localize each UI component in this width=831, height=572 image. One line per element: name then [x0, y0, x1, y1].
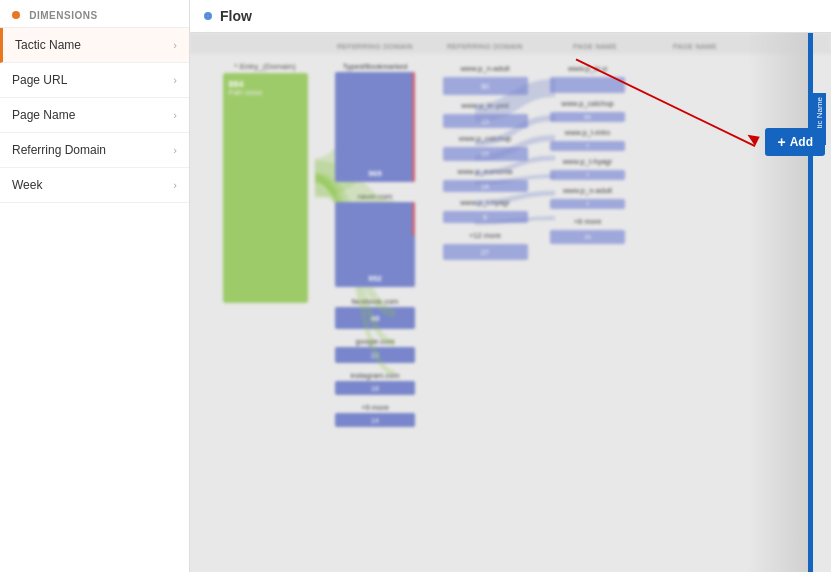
- page-title: Flow: [220, 8, 252, 24]
- fn-more-label: +8 more: [574, 217, 602, 226]
- pn5-block: 9: [443, 211, 528, 223]
- pn1-value: 90: [481, 83, 489, 90]
- header-dot: [204, 12, 212, 20]
- typed-red-accent: [412, 72, 415, 182]
- facebook-value: 40: [371, 314, 380, 323]
- sidebar-item-page-name[interactable]: Page Name ›: [0, 98, 189, 133]
- fn4-label: www.p_t-hyagr: [563, 157, 613, 166]
- naver-group: naver.com 952: [335, 192, 415, 287]
- instagram-block: 18: [335, 381, 415, 395]
- typed-bookmarked-group: Typed/Bookmarked 969: [335, 62, 415, 182]
- add-button[interactable]: + Add: [765, 128, 825, 156]
- flow-col-page-name-2: www.p_kr-p www.p_catchup 90 www.p_t-intr…: [540, 62, 635, 244]
- add-button-label: Add: [790, 135, 813, 149]
- flow-viz-background: REFERRING DOMAIN REFERRING DOMAIN PAGE N…: [190, 33, 831, 572]
- sidebar-item-label: Page URL: [12, 73, 67, 87]
- fn2-label: www.p_catchup: [561, 99, 614, 108]
- pn-more-label: +12 more: [469, 231, 501, 240]
- typed-value: 969: [368, 169, 381, 178]
- fn3-value: 7: [586, 143, 589, 149]
- pn3-value: 15: [481, 151, 489, 158]
- pn3-block: 15: [443, 147, 528, 161]
- col-header-3: REFERRING DOMAIN: [430, 43, 540, 50]
- fn2-block: 90: [550, 112, 625, 122]
- pn-more-value: 27: [481, 249, 489, 256]
- pn4-value: 14: [481, 183, 489, 190]
- fn-more-value: 15: [584, 234, 591, 240]
- fn4-block: 7: [550, 170, 625, 180]
- pn1-block: 90: [443, 77, 528, 95]
- main-content: Flow REFERRING DOMAIN REFERRING DOMAIN P…: [190, 0, 831, 572]
- sidebar-item-label: Tactic Name: [15, 38, 81, 52]
- sidebar-header-dot: [12, 11, 20, 19]
- chevron-right-icon: ›: [173, 179, 177, 191]
- fn1-label: www.p_kr-p: [568, 64, 607, 73]
- entry-domain-label: * Entry_(Domain): [234, 62, 295, 71]
- instagram-group: instagram.com 18: [335, 371, 415, 395]
- pn1-label: www.p_n-adult: [460, 64, 509, 73]
- naver-label: naver.com: [358, 192, 393, 201]
- sidebar-item-page-url[interactable]: Page URL ›: [0, 63, 189, 98]
- flow-col-ref-domain: Typed/Bookmarked 969 naver.com 952: [320, 62, 430, 427]
- fn4-value: 7: [586, 172, 589, 178]
- pn2-block: 15: [443, 114, 528, 128]
- chevron-right-icon: ›: [173, 74, 177, 86]
- more-block: 14: [335, 413, 415, 427]
- entry-block: 884 Path views: [223, 73, 308, 303]
- instagram-label: instagram.com: [350, 371, 399, 380]
- google-label: google.com: [356, 337, 395, 346]
- chevron-right-icon: ›: [173, 39, 177, 51]
- sidebar-item-label: Referring Domain: [12, 143, 106, 157]
- pn5-label: www.p_t-hyagr: [460, 198, 510, 207]
- google-value: 22: [371, 352, 379, 359]
- naver-value: 952: [368, 274, 381, 283]
- chevron-right-icon: ›: [173, 144, 177, 156]
- col-header-2: REFERRING DOMAIN: [320, 43, 430, 50]
- pn5-value: 9: [483, 214, 487, 221]
- chevron-right-icon: ›: [173, 109, 177, 121]
- more-value: 14: [371, 417, 379, 424]
- fn3-block: 7: [550, 141, 625, 151]
- fn5-label: www.p_n-adult: [563, 186, 612, 195]
- facebook-block: 40: [335, 307, 415, 329]
- google-block: 22: [335, 347, 415, 363]
- pn3-label: www.p_catchup: [459, 134, 512, 143]
- fn5-value: 7: [586, 201, 589, 207]
- sidebar-header: Dimensions: [0, 0, 189, 28]
- facebook-group: facebook.com 40: [335, 297, 415, 329]
- pn4-label: www.p_eumonia: [457, 167, 512, 176]
- fn-more-block: 15: [550, 230, 625, 244]
- fn3-label: www.p_t-intro: [565, 128, 610, 137]
- more-group: +9 more 14: [335, 403, 415, 427]
- main-header: Flow: [190, 0, 831, 33]
- pn4-block: 14: [443, 180, 528, 192]
- fn5-block: 7: [550, 199, 625, 209]
- sidebar: Dimensions Tactic Name › Page URL › Page…: [0, 0, 190, 572]
- entry-sub: Path views: [229, 89, 302, 96]
- pn2-value: 15: [481, 118, 489, 125]
- naver-red-accent: [412, 202, 415, 236]
- naver-block: 952: [335, 202, 415, 287]
- col-header-1: [210, 43, 320, 50]
- facebook-label: facebook.com: [352, 297, 399, 306]
- entry-value: 884: [229, 79, 302, 89]
- fn2-value: 90: [584, 114, 591, 120]
- more-label: +9 more: [361, 403, 389, 412]
- typed-block: 969: [335, 72, 415, 182]
- add-icon: +: [777, 134, 785, 150]
- sidebar-item-referring-domain[interactable]: Referring Domain ›: [0, 133, 189, 168]
- col-header-4: PAGE NAME: [540, 43, 650, 50]
- typed-label: Typed/Bookmarked: [343, 62, 408, 71]
- flow-col-page-name: www.p_n-adult 90 www.p_kr-ped 15 www.p_c…: [430, 62, 540, 260]
- sidebar-item-label: Week: [12, 178, 42, 192]
- flow-column-headers: REFERRING DOMAIN REFERRING DOMAIN PAGE N…: [190, 33, 831, 54]
- flow-body: * Entry_(Domain) 884 Path views: [190, 54, 831, 435]
- sidebar-item-week[interactable]: Week ›: [0, 168, 189, 203]
- col-header-5: PAGE NAME: [650, 43, 740, 50]
- sidebar-item-tactic-name[interactable]: Tactic Name ›: [0, 28, 189, 63]
- flow-col-entry: * Entry_(Domain) 884 Path views: [210, 62, 320, 303]
- google-group: google.com 22: [335, 337, 415, 363]
- sidebar-header-label: Dimensions: [29, 10, 97, 21]
- fn1-block: [550, 77, 625, 93]
- pn2-label: www.p_kr-ped: [461, 101, 509, 110]
